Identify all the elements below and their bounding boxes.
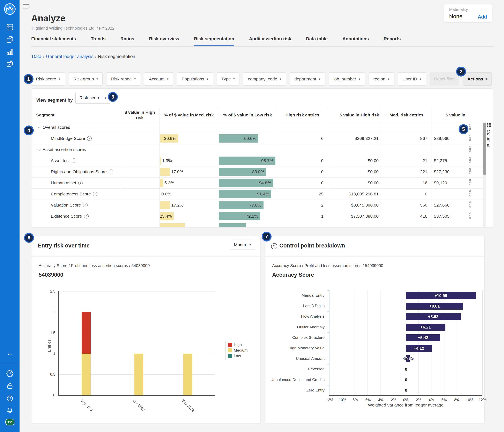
tab-audit-assertion-risk[interactable]: Audit assertion risk	[249, 36, 291, 46]
breadcrumb-general-ledger-analysis[interactable]: General ledger analysis	[46, 54, 93, 59]
filter-job-number[interactable]: job_number▾	[329, 73, 365, 86]
info-icon[interactable]: i	[72, 158, 76, 163]
row-menu-icon[interactable]	[469, 135, 471, 141]
actions-button[interactable]: Actions▾	[463, 73, 492, 86]
tab-risk-overview[interactable]: Risk overview	[149, 36, 179, 46]
row-menu-icon[interactable]	[469, 212, 471, 219]
table-row[interactable]: Asset testi1.3%98.7%0$0.0021$2,275	[31, 155, 483, 166]
table-row[interactable]	[31, 222, 483, 227]
collapse-sidebar-icon[interactable]: ←	[0, 350, 19, 357]
materiality-add-link[interactable]: Add	[478, 14, 487, 20]
tasks-icon[interactable]	[0, 60, 19, 68]
medium-bar-segment[interactable]	[134, 354, 143, 395]
segment-name: MindBridge Score	[51, 136, 85, 141]
documents-icon[interactable]	[0, 35, 19, 44]
menu-icon[interactable]	[23, 4, 29, 10]
table-row[interactable]: Valuation Scorei17.2%77.8%2$8,045,398.00…	[31, 200, 483, 211]
filter-risk-group[interactable]: Risk group▾	[69, 73, 103, 86]
tab-financial-statements[interactable]: Financial statements	[31, 36, 76, 46]
medium-bar-segment[interactable]	[81, 354, 91, 395]
filter-company-code[interactable]: company_code▾	[243, 73, 286, 86]
row-menu-icon[interactable]	[469, 146, 471, 152]
row-menu-icon[interactable]	[469, 168, 471, 174]
table-scrollbar[interactable]	[483, 122, 486, 227]
tab-data-table[interactable]: Data table	[306, 36, 328, 46]
high-risk-value-cell: $0.00	[328, 177, 381, 188]
high-risk-value-cell: $0.00	[328, 155, 381, 166]
table-row[interactable]: Completeness Scorei0.0%91.4%25$13,805,29…	[31, 188, 483, 200]
y-tick-label: 0	[43, 393, 55, 397]
bell-icon[interactable]	[0, 407, 19, 414]
user-avatar[interactable]: TK	[5, 419, 14, 425]
reset-filter-button[interactable]: Reset filter	[430, 73, 459, 86]
col-header-low-pct[interactable]: % of $ value in Low risk	[222, 108, 273, 122]
mindbridge-logo-icon[interactable]	[0, 3, 19, 15]
table-row[interactable]: MindBridge Scorei30.9%69.0%6$269,327.218…	[31, 133, 483, 144]
period-dropdown[interactable]: Month▾	[230, 240, 255, 250]
filter-populations[interactable]: Populations▾	[177, 73, 213, 86]
tab-reports[interactable]: Reports	[384, 36, 401, 46]
col-header-high-value[interactable]: $ value in High risk	[122, 108, 157, 122]
chevron-down-icon: ▾	[319, 77, 320, 81]
table-row[interactable]: Human asseti5.2%94.8%0$0.0016$9,120	[31, 177, 483, 189]
category-label: Last 3 Digits	[265, 304, 324, 308]
table-group-row[interactable]: Asset assertion scores	[31, 144, 483, 155]
filter-region[interactable]: region▾	[369, 73, 394, 86]
col-header-high-value2[interactable]: $ value in High risk	[332, 108, 379, 122]
chevron-down-icon: ▾	[420, 77, 421, 81]
col-header-segment[interactable]: Segment	[36, 108, 114, 122]
table-group-row[interactable]: Overall scores	[31, 122, 483, 133]
chevron-down-icon[interactable]	[38, 147, 40, 152]
lock-icon[interactable]	[0, 382, 19, 389]
col-header-value-in[interactable]: $ value in	[432, 108, 479, 122]
segment-label: Rights and Obligations Scorei	[51, 166, 113, 177]
columns-panel-label[interactable]: Columns	[486, 130, 491, 147]
row-menu-icon[interactable]	[469, 190, 471, 196]
col-header-med-entries[interactable]: Med. risk entries	[383, 108, 430, 122]
filter-type[interactable]: Type▾	[217, 73, 239, 86]
table-row[interactable]: Rights and Obligations Scorei17.0%83.0%0…	[31, 166, 483, 177]
view-segment-by-dropdown[interactable]: Risk score▾	[75, 92, 110, 104]
category-label: Complex Structure	[265, 335, 324, 340]
breadcrumb-data[interactable]: Data	[32, 54, 41, 59]
filter-risk-range[interactable]: Risk range▾	[106, 73, 140, 86]
medium-bar-segment[interactable]	[183, 354, 192, 395]
analytics-icon[interactable]	[0, 48, 19, 56]
help-icon[interactable]: ?	[271, 243, 277, 249]
filter-risk-score[interactable]: Risk score▾	[31, 73, 65, 86]
filter-department[interactable]: department▾	[290, 73, 325, 86]
tab-annotations[interactable]: Annotations	[342, 36, 369, 46]
med-risk-pct: 30.9%	[164, 133, 176, 144]
tab-ratios[interactable]: Ratios	[120, 36, 134, 46]
row-menu-icon[interactable]	[469, 124, 471, 130]
data-icon[interactable]	[0, 23, 19, 31]
tab-risk-segmentation[interactable]: Risk segmentation	[194, 36, 234, 46]
category-tick	[327, 301, 329, 301]
bar-value-label: 0	[405, 377, 409, 384]
filter-account[interactable]: Account▾	[144, 73, 173, 86]
info-icon[interactable]: i	[87, 136, 92, 141]
columns-grid-icon[interactable]	[487, 123, 491, 127]
segment-name: Asset test	[51, 158, 70, 163]
high-bar-segment[interactable]	[81, 312, 91, 354]
settings-icon[interactable]	[0, 369, 19, 377]
info-icon[interactable]: i	[84, 214, 89, 219]
col-header-high-entries[interactable]: High risk entries	[279, 108, 326, 122]
row-menu-icon[interactable]	[469, 179, 471, 185]
value-in-cell: $2,275	[434, 155, 469, 166]
annotation-badge-4: 4	[24, 126, 34, 135]
table-row[interactable]: Existence Scorei23.4%72.1%1$7,307,398.00…	[31, 211, 483, 222]
filter-user-id[interactable]: User ID▾	[398, 73, 426, 86]
info-icon[interactable]: i	[78, 181, 83, 185]
row-menu-icon[interactable]	[469, 201, 471, 208]
help-icon[interactable]	[0, 395, 19, 402]
chevron-down-icon[interactable]	[38, 125, 40, 130]
info-icon[interactable]: i	[93, 192, 98, 196]
tab-trends[interactable]: Trends	[91, 36, 106, 46]
high-risk-entries-cell: 1	[277, 211, 326, 222]
info-icon[interactable]: i	[83, 203, 88, 207]
col-header-med-pct[interactable]: % of $ value in Med. risk	[164, 108, 214, 122]
row-menu-icon[interactable]	[469, 157, 471, 163]
table-scrollbar-thumb[interactable]	[483, 123, 486, 175]
info-icon[interactable]: i	[109, 169, 113, 174]
